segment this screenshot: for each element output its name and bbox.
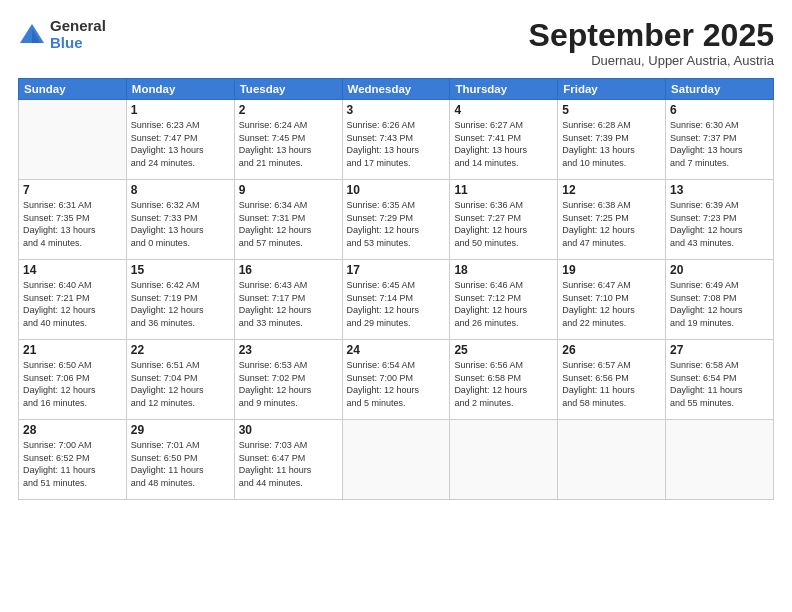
day-number: 22 bbox=[131, 343, 230, 357]
day-number: 10 bbox=[347, 183, 446, 197]
calendar-cell: 5Sunrise: 6:28 AMSunset: 7:39 PMDaylight… bbox=[558, 100, 666, 180]
day-info: Sunrise: 6:30 AMSunset: 7:37 PMDaylight:… bbox=[670, 119, 769, 169]
day-info: Sunrise: 6:28 AMSunset: 7:39 PMDaylight:… bbox=[562, 119, 661, 169]
day-info: Sunrise: 6:34 AMSunset: 7:31 PMDaylight:… bbox=[239, 199, 338, 249]
day-number: 23 bbox=[239, 343, 338, 357]
calendar-cell bbox=[666, 420, 774, 500]
weekday-header-wednesday: Wednesday bbox=[342, 79, 450, 100]
weekday-header-tuesday: Tuesday bbox=[234, 79, 342, 100]
day-number: 7 bbox=[23, 183, 122, 197]
day-number: 3 bbox=[347, 103, 446, 117]
day-number: 21 bbox=[23, 343, 122, 357]
day-info: Sunrise: 6:45 AMSunset: 7:14 PMDaylight:… bbox=[347, 279, 446, 329]
day-info: Sunrise: 6:23 AMSunset: 7:47 PMDaylight:… bbox=[131, 119, 230, 169]
day-info: Sunrise: 6:56 AMSunset: 6:58 PMDaylight:… bbox=[454, 359, 553, 409]
day-info: Sunrise: 6:58 AMSunset: 6:54 PMDaylight:… bbox=[670, 359, 769, 409]
day-info: Sunrise: 6:27 AMSunset: 7:41 PMDaylight:… bbox=[454, 119, 553, 169]
day-info: Sunrise: 7:00 AMSunset: 6:52 PMDaylight:… bbox=[23, 439, 122, 489]
calendar-cell: 22Sunrise: 6:51 AMSunset: 7:04 PMDayligh… bbox=[126, 340, 234, 420]
day-number: 19 bbox=[562, 263, 661, 277]
day-info: Sunrise: 6:39 AMSunset: 7:23 PMDaylight:… bbox=[670, 199, 769, 249]
calendar-cell: 27Sunrise: 6:58 AMSunset: 6:54 PMDayligh… bbox=[666, 340, 774, 420]
day-number: 9 bbox=[239, 183, 338, 197]
calendar-cell bbox=[450, 420, 558, 500]
calendar-cell: 30Sunrise: 7:03 AMSunset: 6:47 PMDayligh… bbox=[234, 420, 342, 500]
calendar-cell: 15Sunrise: 6:42 AMSunset: 7:19 PMDayligh… bbox=[126, 260, 234, 340]
day-number: 26 bbox=[562, 343, 661, 357]
day-number: 29 bbox=[131, 423, 230, 437]
calendar-cell: 7Sunrise: 6:31 AMSunset: 7:35 PMDaylight… bbox=[19, 180, 127, 260]
calendar-cell: 20Sunrise: 6:49 AMSunset: 7:08 PMDayligh… bbox=[666, 260, 774, 340]
day-number: 2 bbox=[239, 103, 338, 117]
day-number: 17 bbox=[347, 263, 446, 277]
day-info: Sunrise: 6:54 AMSunset: 7:00 PMDaylight:… bbox=[347, 359, 446, 409]
calendar-cell: 24Sunrise: 6:54 AMSunset: 7:00 PMDayligh… bbox=[342, 340, 450, 420]
day-info: Sunrise: 6:38 AMSunset: 7:25 PMDaylight:… bbox=[562, 199, 661, 249]
calendar-cell: 14Sunrise: 6:40 AMSunset: 7:21 PMDayligh… bbox=[19, 260, 127, 340]
month-title: September 2025 bbox=[529, 18, 774, 53]
day-info: Sunrise: 6:42 AMSunset: 7:19 PMDaylight:… bbox=[131, 279, 230, 329]
weekday-header-monday: Monday bbox=[126, 79, 234, 100]
day-info: Sunrise: 6:51 AMSunset: 7:04 PMDaylight:… bbox=[131, 359, 230, 409]
calendar-cell: 1Sunrise: 6:23 AMSunset: 7:47 PMDaylight… bbox=[126, 100, 234, 180]
logo-general: General bbox=[50, 18, 106, 35]
day-number: 24 bbox=[347, 343, 446, 357]
day-number: 27 bbox=[670, 343, 769, 357]
day-number: 5 bbox=[562, 103, 661, 117]
day-info: Sunrise: 7:03 AMSunset: 6:47 PMDaylight:… bbox=[239, 439, 338, 489]
day-number: 15 bbox=[131, 263, 230, 277]
calendar-cell bbox=[19, 100, 127, 180]
day-number: 1 bbox=[131, 103, 230, 117]
day-number: 8 bbox=[131, 183, 230, 197]
day-number: 12 bbox=[562, 183, 661, 197]
calendar-cell bbox=[558, 420, 666, 500]
calendar-cell: 9Sunrise: 6:34 AMSunset: 7:31 PMDaylight… bbox=[234, 180, 342, 260]
day-number: 30 bbox=[239, 423, 338, 437]
day-info: Sunrise: 6:49 AMSunset: 7:08 PMDaylight:… bbox=[670, 279, 769, 329]
calendar-cell: 18Sunrise: 6:46 AMSunset: 7:12 PMDayligh… bbox=[450, 260, 558, 340]
calendar-cell: 6Sunrise: 6:30 AMSunset: 7:37 PMDaylight… bbox=[666, 100, 774, 180]
weekday-header-sunday: Sunday bbox=[19, 79, 127, 100]
calendar-cell: 26Sunrise: 6:57 AMSunset: 6:56 PMDayligh… bbox=[558, 340, 666, 420]
day-info: Sunrise: 6:57 AMSunset: 6:56 PMDaylight:… bbox=[562, 359, 661, 409]
calendar-cell: 10Sunrise: 6:35 AMSunset: 7:29 PMDayligh… bbox=[342, 180, 450, 260]
day-info: Sunrise: 6:26 AMSunset: 7:43 PMDaylight:… bbox=[347, 119, 446, 169]
day-info: Sunrise: 6:32 AMSunset: 7:33 PMDaylight:… bbox=[131, 199, 230, 249]
calendar-cell: 8Sunrise: 6:32 AMSunset: 7:33 PMDaylight… bbox=[126, 180, 234, 260]
calendar-cell: 23Sunrise: 6:53 AMSunset: 7:02 PMDayligh… bbox=[234, 340, 342, 420]
day-info: Sunrise: 6:35 AMSunset: 7:29 PMDaylight:… bbox=[347, 199, 446, 249]
day-number: 4 bbox=[454, 103, 553, 117]
title-area: September 2025 Duernau, Upper Austria, A… bbox=[529, 18, 774, 68]
calendar-cell: 29Sunrise: 7:01 AMSunset: 6:50 PMDayligh… bbox=[126, 420, 234, 500]
day-info: Sunrise: 7:01 AMSunset: 6:50 PMDaylight:… bbox=[131, 439, 230, 489]
day-number: 18 bbox=[454, 263, 553, 277]
day-info: Sunrise: 6:53 AMSunset: 7:02 PMDaylight:… bbox=[239, 359, 338, 409]
calendar-cell: 12Sunrise: 6:38 AMSunset: 7:25 PMDayligh… bbox=[558, 180, 666, 260]
calendar-cell: 4Sunrise: 6:27 AMSunset: 7:41 PMDaylight… bbox=[450, 100, 558, 180]
logo-blue: Blue bbox=[50, 35, 106, 52]
weekday-header-saturday: Saturday bbox=[666, 79, 774, 100]
day-number: 14 bbox=[23, 263, 122, 277]
calendar-cell: 13Sunrise: 6:39 AMSunset: 7:23 PMDayligh… bbox=[666, 180, 774, 260]
day-number: 28 bbox=[23, 423, 122, 437]
calendar-cell: 3Sunrise: 6:26 AMSunset: 7:43 PMDaylight… bbox=[342, 100, 450, 180]
day-info: Sunrise: 6:47 AMSunset: 7:10 PMDaylight:… bbox=[562, 279, 661, 329]
calendar-cell: 16Sunrise: 6:43 AMSunset: 7:17 PMDayligh… bbox=[234, 260, 342, 340]
day-info: Sunrise: 6:50 AMSunset: 7:06 PMDaylight:… bbox=[23, 359, 122, 409]
day-number: 20 bbox=[670, 263, 769, 277]
day-info: Sunrise: 6:31 AMSunset: 7:35 PMDaylight:… bbox=[23, 199, 122, 249]
day-info: Sunrise: 6:24 AMSunset: 7:45 PMDaylight:… bbox=[239, 119, 338, 169]
location-subtitle: Duernau, Upper Austria, Austria bbox=[529, 53, 774, 68]
day-number: 25 bbox=[454, 343, 553, 357]
calendar-table: SundayMondayTuesdayWednesdayThursdayFrid… bbox=[18, 78, 774, 500]
day-info: Sunrise: 6:40 AMSunset: 7:21 PMDaylight:… bbox=[23, 279, 122, 329]
weekday-header-friday: Friday bbox=[558, 79, 666, 100]
day-number: 16 bbox=[239, 263, 338, 277]
day-info: Sunrise: 6:36 AMSunset: 7:27 PMDaylight:… bbox=[454, 199, 553, 249]
day-number: 6 bbox=[670, 103, 769, 117]
day-number: 11 bbox=[454, 183, 553, 197]
day-info: Sunrise: 6:46 AMSunset: 7:12 PMDaylight:… bbox=[454, 279, 553, 329]
logo: General Blue bbox=[18, 18, 106, 51]
calendar-cell bbox=[342, 420, 450, 500]
calendar-cell: 28Sunrise: 7:00 AMSunset: 6:52 PMDayligh… bbox=[19, 420, 127, 500]
